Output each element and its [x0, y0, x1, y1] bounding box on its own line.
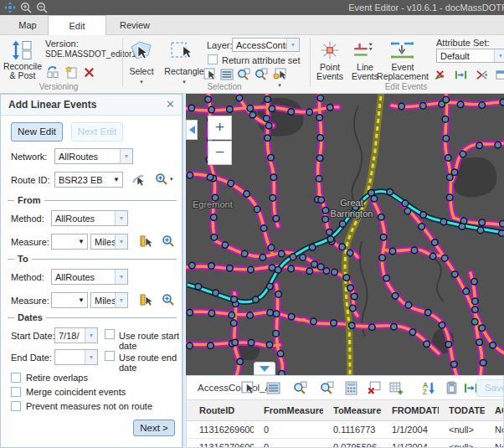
column-header[interactable]: FROMDATE [382, 400, 439, 420]
retire-overlaps-checkbox[interactable] [11, 373, 21, 383]
table-clear-selection-icon[interactable] [367, 381, 381, 395]
from-zoom-icon[interactable] [162, 234, 175, 248]
zoom-in-icon[interactable] [20, 2, 32, 13]
pan-to-selection-icon[interactable] [255, 68, 268, 81]
reconcile-post-button[interactable]: Reconcile & Post [2, 62, 44, 80]
collapse-panel-button[interactable] [186, 120, 198, 140]
table-calculate-icon[interactable] [344, 381, 358, 395]
to-method-caret[interactable]: ▼ [115, 270, 127, 284]
new-edit-button[interactable]: New Edit [11, 122, 63, 142]
table-layer-name: AccessControl_A [198, 383, 271, 393]
zoom-to-selection-icon[interactable] [237, 68, 250, 81]
column-header[interactable]: TODATE [439, 400, 485, 420]
reconcile-post-icon[interactable] [12, 39, 33, 61]
change-version-icon[interactable] [46, 65, 59, 79]
map-zoom-out-button[interactable]: − [208, 141, 232, 165]
close-icon[interactable]: ✕ [166, 98, 175, 111]
point-events-button[interactable]: Point Events [313, 63, 347, 81]
from-measure-pick-icon[interactable] [139, 234, 152, 248]
collapse-table-button[interactable] [254, 362, 275, 375]
to-unit-combo[interactable]: Miles ▼ [90, 292, 128, 308]
table-select-icon[interactable] [241, 381, 255, 395]
save-button[interactable]: Save [476, 379, 504, 397]
to-unit-caret[interactable]: ▼ [115, 293, 127, 307]
table-show-selected-icon[interactable] [266, 381, 280, 395]
to-measure-pick-icon[interactable] [139, 293, 152, 306]
table-add-records-icon[interactable] [389, 381, 404, 395]
tab-review[interactable]: Review [111, 15, 158, 35]
end-date-caret[interactable]: ▼ [85, 350, 97, 364]
from-unit-combo[interactable]: Miles ▼ [90, 234, 128, 250]
select-features-icon[interactable] [203, 68, 217, 81]
layer-combo-caret[interactable]: ▼ [286, 39, 299, 51]
merge-coincident-checkbox[interactable] [11, 387, 21, 397]
return-attribute-label: Return attribute set [222, 55, 301, 65]
route-zoom-icon[interactable] [155, 173, 168, 186]
show-attributes-icon[interactable] [220, 68, 234, 81]
rectangle-select-icon[interactable] [170, 39, 195, 62]
column-header[interactable]: ACCESSCONTROL [485, 400, 503, 420]
to-measure-caret[interactable]: ▼ [75, 296, 87, 304]
event-replacement-button[interactable]: Event Replacement [375, 63, 430, 81]
event-replacement-icon[interactable] [390, 40, 415, 60]
return-attribute-checkbox[interactable] [208, 54, 218, 64]
select-button[interactable]: Select [122, 67, 161, 76]
column-header[interactable]: FromMeasure [254, 400, 323, 420]
layer-combo[interactable]: AccessControl_A ▼ [232, 38, 300, 52]
route-id-combo[interactable]: BSR23 EB ▼ [54, 172, 123, 188]
event-panel-icon[interactable] [496, 69, 504, 82]
table-pan-selected-icon[interactable] [320, 381, 334, 395]
start-date-combo[interactable]: 7/18/ ▼ [54, 327, 98, 343]
map-view[interactable]: Egremont Great Barrington + − [186, 94, 504, 375]
map-canvas[interactable]: Egremont Great Barrington [186, 94, 504, 375]
route-id-caret[interactable]: ▼ [111, 176, 122, 183]
selection-options-caret[interactable]: ▾ [273, 80, 286, 90]
column-header[interactable]: RouteID [187, 400, 254, 420]
end-date-combo[interactable]: ▼ [54, 349, 98, 365]
selection-options-icon[interactable] [273, 68, 286, 81]
app-title: Event Editor - v10.6.1 - docMassDOTR [348, 3, 504, 13]
point-events-icon[interactable] [321, 41, 339, 59]
delete-version-icon[interactable] [83, 66, 96, 80]
table-paste-icon[interactable] [445, 381, 459, 395]
table-row[interactable]: 11316270600 0 0.0795596 1/1/2004 <null> … [187, 439, 503, 448]
split-event-icon[interactable] [434, 69, 447, 82]
table-row[interactable]: 11316269600 0 0.1116773 1/1/2004 <null> … [187, 421, 503, 439]
zoom-out-icon[interactable] [36, 2, 48, 13]
network-combo-caret[interactable]: ▼ [120, 149, 132, 163]
new-version-icon[interactable] [65, 65, 79, 79]
line-events-icon[interactable] [352, 42, 376, 59]
prevent-measures-checkbox[interactable] [11, 401, 21, 411]
column-header[interactable]: ToMeasure [323, 400, 382, 420]
tab-edit[interactable]: Edit [48, 15, 106, 36]
route-zoom-caret[interactable]: ▾ [170, 176, 173, 183]
start-date-caret[interactable]: ▼ [85, 328, 97, 342]
select-route-icon[interactable] [131, 173, 145, 186]
next-button[interactable]: Next > [133, 420, 175, 436]
merge-events-icon[interactable] [476, 69, 489, 82]
from-method-caret[interactable]: ▼ [115, 211, 127, 225]
next-edit-button[interactable]: Next Edit [71, 122, 123, 142]
to-measure-combo[interactable]: ▼ [51, 292, 88, 308]
attribute-set-caret[interactable]: ▼ [494, 49, 504, 62]
from-measure-combo[interactable]: ▼ [51, 234, 88, 250]
from-method-combo[interactable]: AllRoutes ▼ [51, 210, 128, 226]
use-end-date-checkbox[interactable] [105, 351, 115, 361]
table-sort-icon[interactable] [422, 381, 436, 395]
map-zoom-in-button[interactable]: + [208, 116, 232, 140]
attribute-set-combo[interactable]: Default ▼ [436, 49, 504, 63]
select-dropdown-caret[interactable]: ▾ [122, 77, 161, 86]
from-unit-caret[interactable]: ▼ [115, 234, 127, 249]
to-zoom-icon[interactable] [162, 293, 175, 306]
pan-icon[interactable] [4, 2, 16, 13]
from-legend: From [14, 195, 44, 205]
tab-map[interactable]: Map [8, 15, 47, 35]
select-icon[interactable] [130, 39, 152, 62]
table-zoom-selected-icon[interactable] [293, 381, 307, 395]
from-measure-caret[interactable]: ▼ [75, 238, 87, 245]
to-method-combo[interactable]: AllRoutes ▼ [51, 269, 128, 285]
network-combo[interactable]: AllRoutes ▼ [54, 148, 133, 164]
rectangle-button[interactable]: Rectangle [161, 67, 208, 76]
use-start-date-checkbox[interactable] [105, 329, 115, 339]
measure-event-icon[interactable] [455, 69, 468, 82]
